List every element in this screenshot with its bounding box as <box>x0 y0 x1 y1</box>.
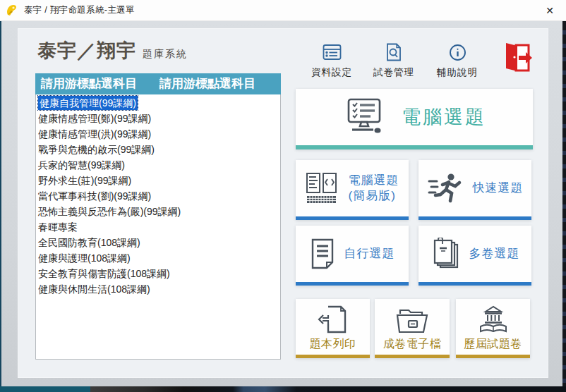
list-item[interactable]: 春暉專案 <box>36 219 280 235</box>
computer-checklist-icon <box>342 98 386 136</box>
stacked-papers-icon <box>430 238 460 270</box>
help-icon <box>425 42 490 62</box>
button-label: 歷屆試題卷 <box>464 337 522 352</box>
main-window: 泰宇 / 翔宇命題系統-主選單 ✕ 泰宇／翔宇題庫系統 請用游標點選科目請用游標… <box>0 0 566 392</box>
bank-book-icon <box>477 305 510 333</box>
list-header-right: 請用游標點選科目 <box>159 77 255 90</box>
computer-select-easy-button[interactable]: 電腦選題(簡易版) <box>296 160 409 220</box>
list-item[interactable]: 健康自我管理(99課綱) <box>36 95 280 111</box>
content-panel: 泰宇／翔宇題庫系統 請用游標點選科目請用游標點選科目 健康自我管理(99課綱)健… <box>18 28 548 378</box>
past-exams-button[interactable]: 歷屆試題卷 <box>456 299 530 358</box>
toolbar-label: 資料設定 <box>299 66 364 79</box>
logo-sub-text: 題庫系統 <box>143 48 188 59</box>
window-right-edge <box>562 21 566 392</box>
subject-list-header: 請用游標點選科目請用游標點選科目 <box>35 73 281 94</box>
subject-list[interactable]: 健康自我管理(99課綱)健康情感管理(鄭)(99課綱)健康情感管理(洪)(99課… <box>35 94 281 360</box>
button-label: 自行選題 <box>344 246 395 262</box>
app-logo: 泰宇／翔宇題庫系統 <box>37 38 188 63</box>
button-label: 電腦選題(簡易版) <box>349 173 399 204</box>
exam-efile-button[interactable]: 成卷電子檔 <box>375 299 450 358</box>
quick-select-button[interactable]: 快速選題 <box>419 160 531 220</box>
list-item[interactable]: 野外求生(莊)(99課綱) <box>36 173 280 188</box>
list-header-left: 請用游標點選科目 <box>41 77 137 90</box>
close-icon[interactable]: ✕ <box>538 0 562 21</box>
exit-button[interactable] <box>502 41 534 75</box>
exam-management-icon <box>361 42 426 62</box>
toolbar-item-data-settings[interactable]: 資料設定 <box>299 42 364 79</box>
button-label: 題本列印 <box>310 337 356 352</box>
list-item[interactable]: 安全教育與傷害防護(108課綱) <box>36 266 280 281</box>
keyboard-code-icon <box>306 172 339 204</box>
button-label: 快速選題 <box>473 180 524 196</box>
button-label: 成卷電子檔 <box>383 337 442 352</box>
runner-icon <box>427 173 464 204</box>
list-item[interactable]: 健康情感管理(洪)(99課綱) <box>36 126 280 142</box>
app-icon <box>6 4 18 17</box>
list-item[interactable]: 全民國防教育(108課綱) <box>36 235 280 250</box>
toolbar-item-exam-management[interactable]: 試卷管理 <box>361 42 426 79</box>
window-title: 泰宇 / 翔宇命題系統-主選單 <box>24 4 135 16</box>
list-item[interactable]: 健康情感管理(鄭)(99課綱) <box>36 111 280 126</box>
taskbar-sliver <box>0 386 566 392</box>
list-item[interactable]: 當代軍事科技(劉)(99課綱) <box>36 188 280 204</box>
list-item[interactable]: 健康與護理(108課綱) <box>36 250 280 266</box>
toolbar-label: 輔助說明 <box>425 66 490 79</box>
print-export-icon <box>317 305 349 333</box>
multi-paper-select-button[interactable]: 多卷選題 <box>419 226 531 286</box>
list-item[interactable]: 戰爭與危機的啟示(99課綱) <box>36 142 280 157</box>
logo-main-text: 泰宇／翔宇 <box>37 40 136 61</box>
folder-archive-icon <box>395 305 430 333</box>
list-item[interactable]: 恐怖主義與反恐作為(嚴)(99課綱) <box>36 204 280 219</box>
list-item[interactable]: 健康與休閒生活(108課綱) <box>36 281 280 297</box>
title-bar: 泰宇 / 翔宇命題系統-主選單 ✕ <box>0 0 566 21</box>
window-left-border <box>0 21 1 386</box>
print-booklet-button[interactable]: 題本列印 <box>296 299 370 358</box>
toolbar-label: 試卷管理 <box>361 66 426 79</box>
self-select-button[interactable]: 自行選題 <box>296 226 409 286</box>
button-label: 多卷選題 <box>469 246 520 262</box>
exit-door-icon <box>503 42 533 74</box>
document-lines-icon <box>310 238 335 269</box>
computer-select-button[interactable]: 電腦選題 <box>296 89 533 149</box>
data-settings-icon <box>299 42 364 62</box>
list-item[interactable]: 兵家的智慧(99課綱) <box>36 157 280 173</box>
button-label: 電腦選題 <box>402 104 486 130</box>
toolbar-item-help[interactable]: 輔助說明 <box>425 42 490 79</box>
